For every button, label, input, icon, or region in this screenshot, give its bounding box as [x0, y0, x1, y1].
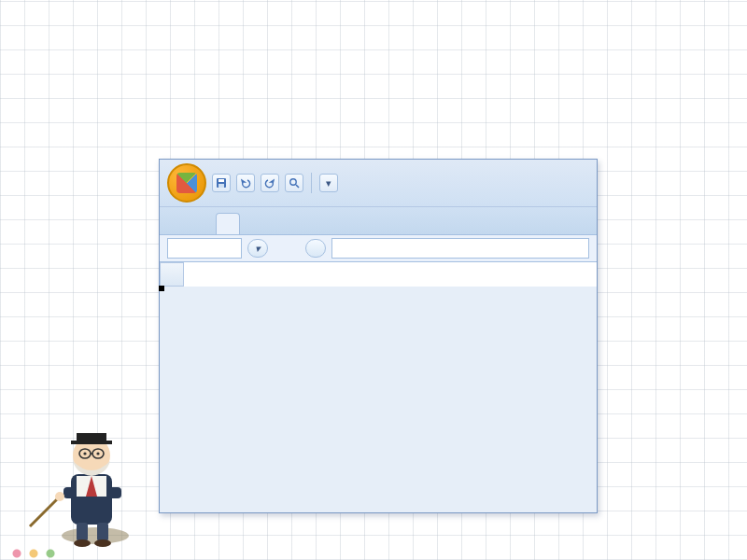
print-preview-icon[interactable]: [285, 174, 303, 192]
undo-icon[interactable]: [236, 174, 255, 192]
qat-separator: [311, 173, 312, 193]
svg-rect-20: [77, 523, 88, 541]
formula-bar: ▾: [160, 235, 597, 262]
svg-rect-1: [218, 179, 224, 182]
qat-dropdown-icon[interactable]: ▾: [319, 174, 338, 192]
excel-window: ▾ ▾: [159, 159, 598, 513]
bottom-decoration: [0, 547, 747, 560]
fx-button[interactable]: [305, 239, 326, 258]
professor-character: [11, 407, 137, 547]
svg-rect-21: [97, 523, 108, 541]
save-icon[interactable]: [212, 174, 231, 192]
svg-point-13: [96, 452, 99, 455]
name-box-dropdown-icon[interactable]: ▾: [247, 239, 268, 258]
office-button[interactable]: [167, 163, 206, 203]
svg-point-23: [94, 539, 111, 547]
svg-point-3: [290, 179, 296, 185]
spreadsheet-grid: [160, 262, 597, 287]
svg-line-16: [30, 497, 60, 526]
quick-access-toolbar: ▾: [160, 160, 597, 207]
svg-point-12: [83, 452, 86, 455]
name-box[interactable]: [167, 238, 242, 259]
svg-rect-17: [63, 487, 77, 498]
svg-rect-15: [71, 441, 112, 444]
tab-formulas[interactable]: [296, 213, 318, 234]
svg-line-4: [296, 185, 299, 188]
select-all-corner[interactable]: [160, 262, 184, 287]
redo-icon[interactable]: [261, 174, 279, 192]
tab-home[interactable]: [216, 213, 240, 234]
formula-input[interactable]: [331, 238, 589, 259]
svg-point-18: [55, 492, 64, 501]
tab-page-layout[interactable]: [270, 213, 292, 234]
ribbon-tabs: [160, 207, 597, 235]
svg-rect-2: [218, 184, 224, 188]
selection-border: [160, 287, 163, 290]
svg-point-22: [74, 539, 91, 547]
svg-rect-19: [108, 487, 121, 498]
tab-insert[interactable]: [244, 213, 266, 234]
slide-body-text: [0, 0, 747, 24]
